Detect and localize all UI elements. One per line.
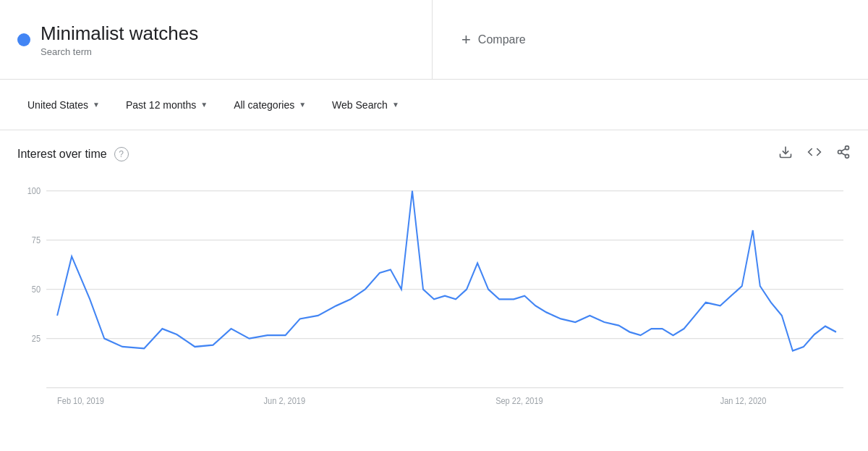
chart-title: Interest over time: [17, 148, 107, 161]
time-range-label: Past 12 months: [126, 99, 196, 111]
search-term-block: Minimalist watches Search term: [0, 0, 433, 79]
chart-header: Interest over time ?: [17, 145, 851, 163]
search-term-dot: [17, 33, 30, 46]
svg-line-5: [841, 148, 846, 151]
help-icon[interactable]: ?: [114, 147, 129, 161]
category-chevron-icon: ▼: [299, 101, 306, 109]
search-term-label: Search term: [41, 46, 198, 57]
compare-label: Compare: [478, 33, 526, 46]
filter-bar: United States ▼ Past 12 months ▼ All cat…: [0, 80, 868, 130]
search-term-title: Minimalist watches: [41, 22, 198, 45]
chart-title-area: Interest over time ?: [17, 147, 129, 161]
compare-plus-icon: +: [461, 30, 471, 49]
svg-text:Sep 22, 2019: Sep 22, 2019: [495, 396, 542, 406]
svg-text:50: 50: [32, 284, 41, 295]
svg-text:Jan 12, 2020: Jan 12, 2020: [720, 396, 767, 406]
chart-section: Interest over time ?: [0, 130, 868, 451]
category-filter[interactable]: All categories ▼: [224, 93, 316, 117]
share-icon[interactable]: [836, 145, 851, 163]
chart-actions: [778, 145, 851, 163]
svg-line-4: [841, 153, 846, 155]
download-icon[interactable]: [778, 145, 793, 163]
compare-button[interactable]: + Compare: [461, 30, 526, 49]
svg-text:Feb 10, 2019: Feb 10, 2019: [57, 396, 104, 406]
region-label: United States: [27, 99, 88, 111]
region-chevron-icon: ▼: [93, 101, 100, 109]
svg-text:75: 75: [32, 235, 41, 245]
category-label: All categories: [234, 99, 294, 111]
time-range-chevron-icon: ▼: [200, 101, 208, 109]
svg-point-2: [838, 151, 842, 154]
embed-icon[interactable]: [807, 145, 822, 163]
svg-point-1: [846, 146, 849, 150]
trend-chart-svg: 100 75 50 25 Feb 10, 2019 Jun 2, 2019 Se…: [17, 174, 851, 421]
region-filter[interactable]: United States ▼: [17, 93, 110, 117]
svg-text:25: 25: [32, 334, 41, 344]
chart-container: 100 75 50 25 Feb 10, 2019 Jun 2, 2019 Se…: [17, 174, 851, 421]
search-type-chevron-icon: ▼: [392, 101, 399, 109]
search-type-label: Web Search: [332, 99, 388, 111]
trend-line: [57, 191, 836, 351]
time-range-filter[interactable]: Past 12 months ▼: [116, 93, 218, 117]
svg-text:Jun 2, 2019: Jun 2, 2019: [264, 396, 306, 406]
search-type-filter[interactable]: Web Search ▼: [322, 93, 409, 117]
svg-text:100: 100: [27, 186, 41, 196]
compare-block: + Compare: [433, 0, 868, 79]
svg-point-3: [846, 154, 849, 158]
